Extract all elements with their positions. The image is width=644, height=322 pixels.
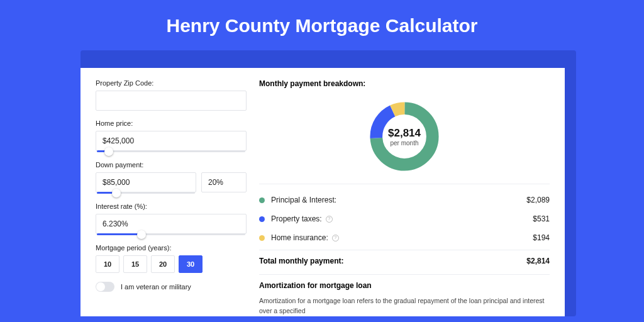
period-label: Mortgage period (years):	[96, 244, 247, 252]
field-interest: Interest rate (%):	[96, 203, 247, 235]
label-insurance-text: Home insurance:	[271, 233, 328, 242]
down-payment-pct-input[interactable]	[201, 172, 247, 192]
amortization-text: Amortization for a mortgage loan refers …	[259, 296, 550, 316]
donut-center: $2,814 per month	[367, 99, 441, 174]
veteran-toggle-knob	[96, 282, 105, 291]
field-home-price: Home price:	[96, 119, 247, 152]
total-value: $2,814	[526, 257, 550, 265]
field-period: Mortgage period (years): 10 15 20 30	[96, 244, 247, 273]
interest-slider-thumb[interactable]	[137, 230, 146, 239]
period-btn-10[interactable]: 10	[96, 255, 119, 273]
inputs-column: Property Zip Code: Home price: Down paym…	[96, 79, 247, 316]
donut-sub: per month	[390, 140, 418, 147]
donut-amount: $2,814	[388, 127, 421, 140]
period-btn-15[interactable]: 15	[123, 255, 147, 273]
breakdown-column: Monthly payment breakdown: $2,814 per mo…	[259, 79, 550, 316]
down-payment-input[interactable]	[96, 172, 196, 192]
zip-label: Property Zip Code:	[96, 79, 247, 87]
info-icon[interactable]: ?	[332, 235, 339, 242]
home-price-slider[interactable]	[97, 150, 245, 152]
home-price-input[interactable]	[96, 131, 247, 151]
donut-chart: $2,814 per month	[367, 99, 441, 174]
home-price-label: Home price:	[96, 119, 247, 127]
value-taxes: $531	[533, 214, 550, 223]
value-principal: $2,089	[526, 196, 550, 204]
row-insurance: Home insurance: ? $194	[259, 228, 550, 247]
interest-slider[interactable]	[97, 233, 245, 235]
dot-principal	[259, 197, 265, 203]
label-taxes: Property taxes: ?	[271, 214, 333, 223]
label-taxes-text: Property taxes:	[271, 214, 322, 223]
home-price-slider-thumb[interactable]	[104, 147, 113, 156]
breakdown-title: Monthly payment breakdown:	[259, 79, 550, 88]
veteran-label: I am veteran or military	[121, 283, 191, 291]
veteran-toggle[interactable]	[96, 282, 114, 292]
dot-taxes	[259, 216, 265, 222]
total-label: Total monthly payment:	[259, 257, 343, 265]
divider	[259, 184, 550, 184]
label-insurance: Home insurance: ?	[271, 233, 339, 242]
veteran-row: I am veteran or military	[96, 282, 247, 292]
amortization-title: Amortization for mortgage loan	[259, 281, 550, 290]
row-total: Total monthly payment: $2,814	[259, 250, 550, 274]
period-options: 10 15 20 30	[96, 255, 247, 273]
field-down-payment: Down payment:	[96, 161, 247, 194]
row-taxes: Property taxes: ? $531	[259, 209, 550, 228]
period-btn-30[interactable]: 30	[179, 255, 203, 273]
interest-input[interactable]	[96, 214, 247, 234]
calculator-card: Property Zip Code: Home price: Down paym…	[80, 68, 565, 316]
period-btn-20[interactable]: 20	[151, 255, 175, 273]
down-payment-label: Down payment:	[96, 161, 247, 169]
page-title: Henry County Mortgage Calculator	[0, 0, 644, 50]
down-payment-slider[interactable]	[97, 192, 195, 194]
interest-slider-fill	[97, 233, 142, 235]
field-zip: Property Zip Code:	[96, 79, 247, 111]
value-insurance: $194	[533, 233, 550, 242]
label-principal: Principal & Interest:	[271, 196, 336, 204]
info-icon[interactable]: ?	[326, 216, 333, 223]
dot-insurance	[259, 235, 265, 241]
interest-label: Interest rate (%):	[96, 203, 247, 210]
donut-wrap: $2,814 per month	[259, 94, 550, 184]
divider	[259, 274, 550, 275]
row-principal: Principal & Interest: $2,089	[259, 191, 550, 209]
zip-input[interactable]	[96, 91, 247, 111]
card-backdrop: Property Zip Code: Home price: Down paym…	[80, 50, 576, 316]
down-payment-slider-thumb[interactable]	[112, 189, 121, 197]
